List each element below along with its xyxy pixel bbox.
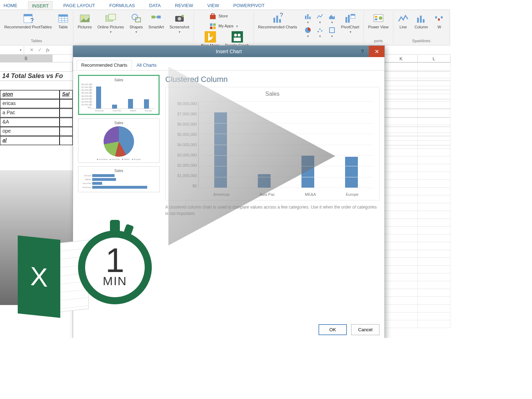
chart-line-button[interactable] [315,12,325,25]
dialog-tab-all[interactable]: All Charts [132,60,161,70]
powerview-icon [373,13,384,24]
svg-rect-53 [423,19,425,23]
chart-description: A clustered column chart is used to comp… [165,204,379,217]
tab-data[interactable]: DATA [146,1,165,10]
chart-area-button[interactable] [327,12,337,25]
myapps-label: My Apps [218,24,233,28]
fx-icon[interactable]: fx [44,47,51,53]
svg-point-39 [317,31,319,32]
svg-rect-23 [210,27,212,29]
svg-point-13 [132,14,138,20]
enter-formula-icon[interactable]: ✓ [36,47,44,52]
svg-rect-33 [279,19,281,23]
recommended-pivottables-button[interactable]: ? Recommended PivotTables [3,12,53,30]
thumb-clustered-column[interactable]: Sales $8,000,000$7,000,000$6,000,000$5,0… [78,75,160,115]
ok-button[interactable]: OK [318,324,347,335]
svg-rect-20 [210,15,216,19]
row-total: al [0,136,60,145]
sparkline-winloss-button[interactable]: W [432,12,447,30]
recommended-charts-button[interactable]: ?Recommended Charts [257,12,299,30]
chart-pie-icon [304,27,311,34]
svg-rect-55 [438,18,440,21]
myapps-button[interactable]: My Apps [208,22,239,31]
tab-home[interactable]: HOME [0,1,21,10]
svg-point-40 [319,28,321,30]
sheet-title: 14 Total Sales vs Fo [0,72,73,81]
svg-rect-56 [441,16,443,18]
col-header-K[interactable]: K [385,55,418,63]
excel-1min-logo: X 1MIN [18,220,145,326]
online-pictures-button[interactable]: Online Pictures [96,12,126,35]
chart-other-icon [328,27,336,34]
svg-rect-32 [276,16,278,23]
svg-rect-22 [213,23,216,26]
table-button[interactable]: Table [56,12,70,30]
svg-rect-31 [273,18,275,23]
chart-scatter-icon [316,27,323,34]
online-pictures-label: Online Pictures [98,25,124,29]
col-header-C[interactable] [52,55,74,62]
chart-pie-button[interactable] [303,26,313,39]
sparkline-winloss-icon [434,13,445,24]
grid-right[interactable]: K L [384,55,450,338]
x-axis-labels: AmericasAsia PacME&AEurope [198,192,373,196]
smartart-button[interactable]: SmartArt [147,12,165,30]
row-mea: &A [0,118,60,127]
col-header-L[interactable]: L [418,55,451,63]
dialog-help-button[interactable]: ? [356,46,369,57]
svg-rect-54 [435,16,437,18]
tab-powerpivot[interactable]: POWERPIVOT [230,1,268,10]
tab-review[interactable]: REVIEW [171,1,196,10]
svg-rect-24 [213,27,216,29]
svg-rect-21 [210,23,212,26]
svg-point-41 [321,30,322,32]
svg-point-10 [82,16,84,18]
thumb-title: Sales [81,121,157,125]
sparkline-line-icon [398,13,409,24]
group-sparklines-label: Sparklines [412,39,430,43]
chart-scatter-button[interactable] [315,26,325,39]
bing-icon [205,31,216,43]
pivotchart-button[interactable]: PivotChart [340,12,361,35]
svg-rect-30 [237,38,241,41]
shapes-button[interactable]: Shapes [128,12,144,35]
hdr-sales: Sal [60,90,73,99]
chart-other-button[interactable] [327,26,337,39]
svg-text:?: ? [30,17,34,24]
dialog-tab-recommended[interactable]: Recommended Charts [77,60,132,70]
screenshot-icon [174,13,185,24]
thumb-bar[interactable]: Sales Europe ME&A Asia Pac Americas [78,166,160,192]
tab-pagelayout[interactable]: PAGE LAYOUT [60,1,99,10]
store-label: Store [218,14,228,18]
powerview-button[interactable]: Power View [367,12,390,30]
screenshot-button[interactable]: Screenshot [168,12,191,35]
sparkline-column-button[interactable]: Column [413,12,430,30]
name-box[interactable] [0,45,24,54]
dialog-close-button[interactable]: ✕ [369,46,384,57]
cancel-button[interactable]: Cancel [351,324,379,335]
tab-insert[interactable]: INSERT [28,1,52,10]
smartart-icon [150,13,162,24]
dialog-titlebar[interactable]: Insert Chart ? ✕ [73,46,384,57]
tab-view[interactable]: VIEW [204,1,223,10]
col-header-B[interactable]: B [0,55,52,62]
pictures-button[interactable]: Pictures [76,12,93,30]
pie-icon [104,126,134,157]
cancel-formula-icon[interactable]: ✕ [28,47,36,52]
table-label: Table [59,25,68,29]
store-button[interactable]: Store [208,12,239,21]
svg-rect-37 [309,17,311,19]
svg-point-28 [238,34,240,37]
hdr-region: gion [0,90,60,99]
thumb-pie[interactable]: Sales ■ Americas■ Asia Pac■ ME&A■ Europe [78,118,160,163]
ribbon-tabs: HOME INSERT PAGE LAYOUT FORMULAS DATA RE… [0,0,450,10]
sparkline-line-button[interactable]: Line [396,12,410,30]
myapps-icon [209,23,216,30]
recommended-charts-label: Recommended Charts [258,25,297,29]
group-reports-label: ports [374,39,383,43]
chart-preview: Clustered Column Sales $8,000,000$7,000,… [165,75,379,318]
pivotchart-icon [344,13,356,24]
chart-column-button[interactable] [303,12,313,25]
svg-rect-52 [420,16,422,23]
tab-formulas[interactable]: FORMULAS [106,1,138,10]
